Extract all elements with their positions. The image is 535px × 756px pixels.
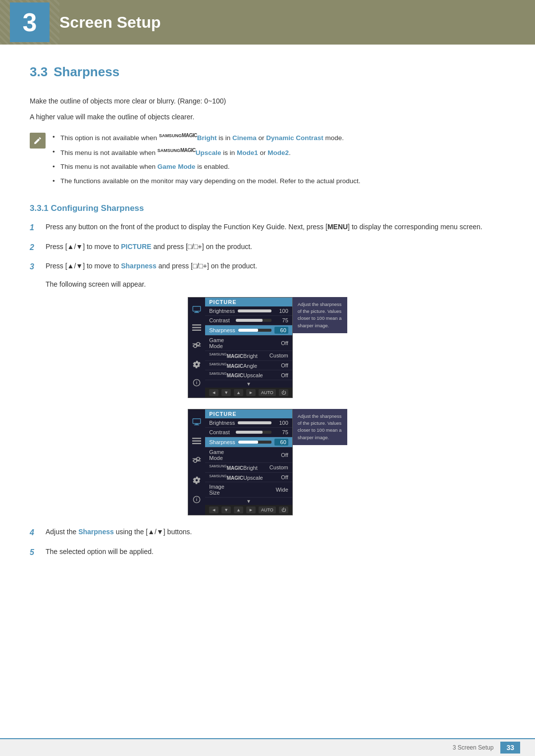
svg-point-23 — [197, 457, 200, 460]
monitor-icon-info: i — [191, 377, 202, 388]
svg-rect-18 — [192, 441, 201, 442]
section-number: 3.3 — [30, 64, 48, 79]
svg-rect-15 — [195, 423, 198, 424]
svg-text:i: i — [196, 498, 197, 503]
section-title: 3.3Sharpness — [30, 64, 505, 84]
svg-rect-1 — [195, 311, 198, 312]
monitor-screen-1: i PICTURE Brightness 100 Contrast — [188, 297, 347, 398]
step-text-1: Press any button on the front of the pro… — [46, 221, 482, 232]
monitor-icon-menu — [191, 322, 202, 333]
menu-row-magicbright-1: SAMSUNGMAGICBright Custom — [205, 351, 292, 361]
btn-up-1: ▲ — [234, 389, 243, 396]
steps-list: 1 Press any button on the front of the p… — [30, 221, 505, 273]
svg-rect-3 — [192, 324, 201, 325]
menu-row-gamemode-1: Game Mode Off — [205, 336, 292, 351]
monitor-icon-gear — [191, 359, 202, 370]
menu-row-brightness-1: Brightness 100 — [205, 306, 292, 316]
btn-down-1: ▼ — [221, 389, 231, 396]
note-item-4: The functions available on the monitor m… — [53, 176, 361, 187]
monitor-icon-display — [191, 304, 202, 315]
monitor-screen-2: i PICTURE Brightness 100 Contrast 75 — [188, 409, 347, 515]
step-2: 2 Press [▲/▼] to move to PICTURE and pre… — [30, 241, 505, 254]
pencil-icon — [33, 136, 42, 145]
monitor-icon-gear-2 — [191, 475, 202, 486]
svg-rect-4 — [192, 327, 201, 328]
svg-point-6 — [194, 345, 197, 348]
btn-power-1: ⏻ — [279, 389, 288, 396]
monitor-icon-adjust — [191, 341, 202, 352]
menu-row-sharpness-1: Sharpness 60 — [205, 325, 292, 336]
menu-more-indicator-1: ▼ — [205, 380, 292, 388]
menu-row-contrast-1: Contrast 75 — [205, 316, 292, 325]
menu-header-2: PICTURE — [205, 409, 292, 418]
monitor-right-text-2: Adjust the sharpness of the picture. Val… — [293, 409, 347, 445]
monitor-bottom-bar-2: ◄ ▼ ▲ ► AUTO ⏻ — [205, 505, 292, 515]
chapter-number: 3 — [23, 7, 37, 37]
svg-rect-16 — [194, 424, 199, 425]
note-list: This option is not available when SAMSUN… — [53, 132, 361, 190]
btn-left-2: ◄ — [209, 506, 218, 513]
step-3: 3 Press [▲/▼] to move to Sharpness and p… — [30, 260, 505, 273]
menu-row-magicbright-2: SAMSUNGMAGICBright Custom — [205, 463, 292, 473]
menu-row-brightness-2: Brightness 100 — [205, 418, 292, 428]
monitor-menu-2: PICTURE Brightness 100 Contrast 75 Sharp… — [205, 409, 292, 515]
main-content: 3.3Sharpness Make the outline of objects… — [0, 45, 535, 598]
step-num-2: 2 — [30, 241, 44, 254]
svg-rect-2 — [194, 312, 199, 312]
btn-auto-1: AUTO — [259, 389, 276, 396]
note-item-1: This option is not available when SAMSUN… — [53, 132, 361, 143]
chapter-title: Screen Setup — [59, 13, 161, 32]
menu-header-1: PICTURE — [205, 298, 292, 306]
svg-rect-14 — [193, 418, 201, 423]
page-footer: 3 Screen Setup 33 — [0, 738, 535, 756]
step-text-3: Press [▲/▼] to move to Sharpness and pre… — [46, 260, 257, 271]
step-num-1: 1 — [30, 221, 44, 234]
step-num-4: 4 — [30, 526, 44, 539]
menu-row-magicupscale-2: SAMSUNGMAGICUpscale Off — [205, 473, 292, 483]
footer-page-number: 33 — [500, 742, 520, 754]
monitor-icon-adjust-2 — [191, 455, 202, 466]
section-name: Sharpness — [54, 64, 119, 79]
subsection-number: 3.3.1 — [30, 203, 49, 213]
btn-auto-2: AUTO — [259, 506, 276, 513]
subsection-name: Configuring Sharpness — [51, 203, 144, 213]
menu-row-magicupscale-1: SAMSUNGMAGICUpscale Off — [205, 370, 292, 380]
chapter-header: 3 Screen Setup — [0, 0, 535, 45]
btn-right-1: ► — [246, 389, 256, 396]
menu-row-imagesize-2: Image Size Wide — [205, 482, 292, 498]
steps-4-5: 4 Adjust the Sharpness using the [▲/▼] b… — [30, 526, 505, 558]
svg-rect-0 — [193, 306, 201, 311]
intro-text-1: Make the outline of objects more clear o… — [30, 96, 505, 106]
menu-row-contrast-2: Contrast 75 — [205, 428, 292, 437]
btn-down-2: ▼ — [221, 506, 231, 513]
monitor-screens: i PICTURE Brightness 100 Contrast — [30, 297, 505, 515]
step-text-5: The selected option will be applied. — [46, 546, 154, 557]
following-screen-text: The following screen will appear. — [46, 280, 505, 288]
btn-right-2: ► — [246, 506, 256, 513]
btn-power-2: ⏻ — [279, 506, 288, 513]
step-4: 4 Adjust the Sharpness using the [▲/▼] b… — [30, 526, 505, 539]
note-box: This option is not available when SAMSUN… — [30, 132, 505, 190]
menu-row-sharpness-2: Sharpness 60 — [205, 437, 292, 448]
note-item-2: This menu is not available when SAMSUNGM… — [53, 147, 361, 158]
subsection-title: 3.3.1 Configuring Sharpness — [30, 203, 505, 213]
footer-section-label: 3 Screen Setup — [453, 744, 494, 751]
monitor-icon-info-2: i — [191, 494, 202, 505]
step-5: 5 The selected option will be applied. — [30, 546, 505, 559]
svg-text:i: i — [196, 381, 197, 386]
menu-row-gamemode-2: Game Mode Off — [205, 448, 292, 463]
btn-left-1: ◄ — [209, 389, 218, 396]
monitor-icons-2: i — [188, 409, 205, 515]
step-text-4: Adjust the Sharpness using the [▲/▼] but… — [46, 526, 192, 537]
svg-point-20 — [194, 459, 197, 462]
step-num-5: 5 — [30, 546, 44, 559]
intro-text-2: A higher value will make the outline of … — [30, 111, 505, 122]
btn-up-2: ▲ — [234, 506, 243, 513]
svg-rect-17 — [192, 438, 201, 439]
step-text-2: Press [▲/▼] to move to PICTURE and press… — [46, 241, 252, 252]
monitor-right-text-1: Adjust the sharpness of the picture. Val… — [293, 297, 347, 333]
svg-rect-19 — [192, 443, 201, 444]
menu-more-indicator-2: ▼ — [205, 498, 292, 505]
svg-point-9 — [197, 342, 200, 345]
monitor-icon-menu-2 — [191, 436, 202, 447]
